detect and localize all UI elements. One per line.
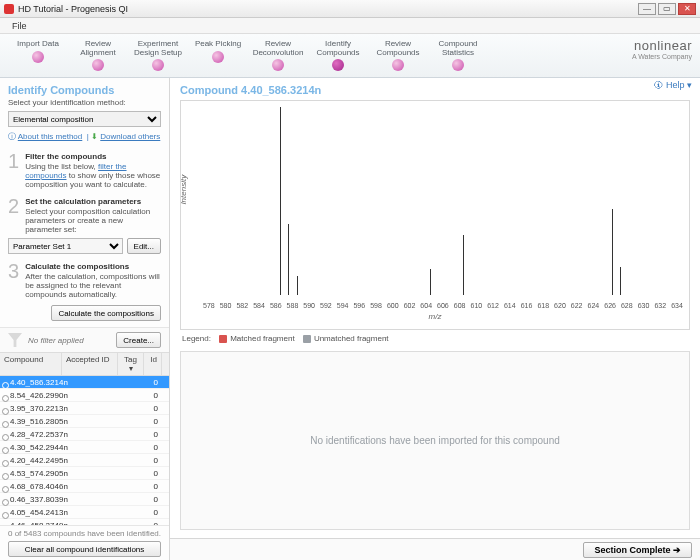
- filter-row: No filter applied Create...: [0, 327, 169, 352]
- page-footer: Section Complete ➔: [170, 538, 700, 560]
- x-axis-label: m/z: [181, 312, 689, 321]
- workflow-step-5[interactable]: IdentifyCompounds: [308, 40, 368, 71]
- unmatched-swatch: [303, 335, 311, 343]
- edit-paramset-button[interactable]: Edit...: [127, 238, 161, 254]
- help-link[interactable]: 🛈 Help ▾: [654, 80, 692, 90]
- details-panel: No identifications have been imported fo…: [180, 351, 690, 530]
- table-row[interactable]: 4.40_586.3214n0: [0, 376, 169, 389]
- spectrum-chart[interactable]: Intensity 578580582584586588590592594596…: [180, 100, 690, 330]
- table-row[interactable]: 4.53_574.2905n0: [0, 467, 169, 480]
- sidebar: Identify Compounds Select your identific…: [0, 78, 170, 560]
- workflow-step-3[interactable]: Peak Picking: [188, 40, 248, 71]
- peak: [297, 276, 298, 295]
- minimize-button[interactable]: —: [638, 3, 656, 15]
- peak: [430, 269, 431, 295]
- workflow-step-6[interactable]: ReviewCompounds: [368, 40, 428, 71]
- step1-title: Filter the compounds: [25, 152, 161, 161]
- table-header: Compound Accepted ID Tag ▾ Id: [0, 352, 169, 376]
- brand-name: nonlinear: [632, 38, 692, 53]
- brand-logo: nonlinear A Waters Company: [632, 38, 692, 60]
- compound-table[interactable]: 4.40_586.3214n08.54_426.2990n03.95_370.2…: [0, 376, 169, 525]
- th-id[interactable]: Id: [144, 353, 162, 375]
- app-icon: [4, 4, 14, 14]
- chart-legend: Legend: Matched fragment Unmatched fragm…: [170, 330, 700, 347]
- matched-swatch: [219, 335, 227, 343]
- window-titlebar: HD Tutorial - Progenesis QI — ▭ ✕: [0, 0, 700, 18]
- workflow-step-4[interactable]: ReviewDeconvolution: [248, 40, 308, 71]
- create-filter-button[interactable]: Create...: [116, 332, 161, 348]
- empty-message: No identifications have been imported fo…: [310, 435, 560, 446]
- calculate-button[interactable]: Calculate the compositions: [51, 305, 161, 321]
- workflow-strip: Import DataReviewAlignmentExperimentDesi…: [0, 34, 700, 78]
- peak: [620, 267, 621, 295]
- method-select[interactable]: Elemental composition: [8, 111, 161, 127]
- peak: [463, 235, 464, 295]
- close-button[interactable]: ✕: [678, 3, 696, 15]
- table-row[interactable]: 4.20_442.2495n0: [0, 454, 169, 467]
- content-area: 🛈 Help ▾ Compound 4.40_586.3214n Intensi…: [170, 78, 700, 560]
- table-row[interactable]: 4.28_472.2537n0: [0, 428, 169, 441]
- filter-text: No filter applied: [28, 336, 116, 345]
- table-row[interactable]: 4.30_542.2944n0: [0, 441, 169, 454]
- table-row[interactable]: 3.95_370.2213n0: [0, 402, 169, 415]
- th-tag[interactable]: Tag ▾: [118, 353, 144, 375]
- workflow-step-1[interactable]: ReviewAlignment: [68, 40, 128, 71]
- paramset-select[interactable]: Parameter Set 1: [8, 238, 123, 254]
- step2-title: Set the calculation parameters: [25, 197, 161, 206]
- th-accepted[interactable]: Accepted ID: [62, 353, 118, 375]
- step-1: 1 Filter the compounds Using the list be…: [0, 148, 169, 193]
- sidebar-sub: Select your identification method:: [0, 98, 169, 111]
- table-row[interactable]: 4.05_454.2413n0: [0, 506, 169, 519]
- y-axis-label: Intensity: [179, 175, 188, 205]
- table-row[interactable]: 8.54_426.2990n0: [0, 389, 169, 402]
- section-complete-button[interactable]: Section Complete ➔: [583, 542, 692, 558]
- step-2: 2 Set the calculation parameters Select …: [0, 193, 169, 238]
- peak: [612, 209, 613, 295]
- menu-bar: File: [0, 18, 700, 34]
- menu-file[interactable]: File: [6, 20, 33, 32]
- sidebar-heading: Identify Compounds: [0, 78, 169, 98]
- info-icon: ⓘ: [8, 132, 16, 141]
- workflow-step-2[interactable]: ExperimentDesign Setup: [128, 40, 188, 71]
- clear-ids-button[interactable]: Clear all compound identifications: [8, 541, 161, 557]
- window-title: HD Tutorial - Progenesis QI: [18, 4, 638, 14]
- chart-title: Compound 4.40_586.3214n: [170, 78, 700, 100]
- peak: [288, 224, 289, 295]
- funnel-icon: [8, 333, 22, 347]
- peak: [280, 107, 281, 295]
- download-others-link[interactable]: Download others: [100, 132, 160, 141]
- about-method-link[interactable]: About this method: [18, 132, 82, 141]
- step-3: 3 Calculate the compositions After the c…: [0, 258, 169, 303]
- workflow-step-7[interactable]: CompoundStatistics: [428, 40, 488, 71]
- table-row[interactable]: 4.68_678.4046n0: [0, 480, 169, 493]
- brand-sub: A Waters Company: [632, 53, 692, 60]
- footer-count: 0 of 5483 compounds have been identified…: [8, 529, 161, 538]
- table-row[interactable]: 4.39_516.2805n0: [0, 415, 169, 428]
- step3-title: Calculate the compositions: [25, 262, 161, 271]
- workflow-step-0[interactable]: Import Data: [8, 40, 68, 71]
- table-row[interactable]: 0.46_337.8039n0: [0, 493, 169, 506]
- th-compound[interactable]: Compound: [0, 353, 62, 375]
- x-axis-ticks: 5785805825845865885905925945965986006026…: [203, 302, 683, 309]
- maximize-button[interactable]: ▭: [658, 3, 676, 15]
